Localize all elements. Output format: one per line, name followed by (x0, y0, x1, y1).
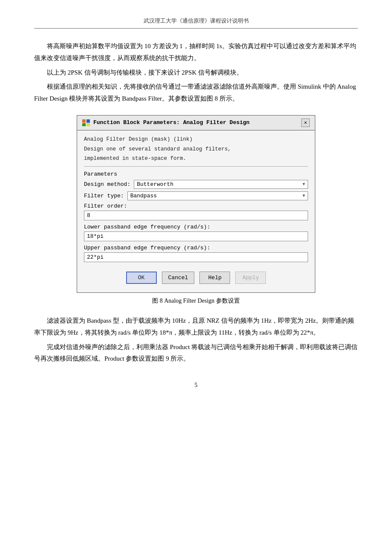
lower-freq-block: Lower passband edge frequency (rad/s): (84, 224, 308, 241)
design-method-arrow: ▼ (303, 182, 305, 187)
simulink-icon (82, 119, 90, 126)
dialog-titlebar: Function Block Parameters: Analog Filter… (77, 116, 315, 130)
filter-order-block: Filter order: (84, 203, 308, 220)
design-method-label: Design method: (84, 181, 130, 188)
figure-8-caption: 图 8 Analog Filter Design 参数设置 (152, 297, 240, 305)
cancel-button[interactable]: Cancel (162, 272, 195, 284)
filter-type-row: Filter type: Bandpass ▼ (84, 191, 308, 200)
paragraph-2: 以上为 2PSK 信号调制与传输模块，接下来设计 2PSK 信号解调模块。 (34, 67, 358, 79)
design-method-select[interactable]: Butterworth ▼ (134, 180, 308, 189)
filter-type-label: Filter type: (84, 193, 124, 199)
filter-type-arrow: ▼ (303, 194, 305, 198)
page: 武汉理工大学《通信原理》课程设计说明书 将高斯噪声初始算数平均值设置为 10 方… (0, 0, 392, 555)
header-text: 武汉理工大学《通信原理》课程设计说明书 (144, 17, 249, 24)
filter-order-input[interactable] (84, 211, 308, 220)
params-label: Parameters (84, 171, 308, 177)
design-method-row: Design method: Butterworth ▼ (84, 180, 308, 189)
dialog-divider-1 (84, 166, 308, 167)
page-header: 武汉理工大学《通信原理》课程设计说明书 (34, 17, 358, 29)
upper-freq-block: Upper passband edge frequency (rad/s): (84, 245, 308, 262)
upper-freq-input[interactable] (84, 252, 308, 262)
dialog-body: Analog Filter Design (mask) (link) Desig… (77, 130, 315, 292)
ok-button[interactable]: OK (126, 272, 157, 284)
paragraph-1: 将高斯噪声初始算数平均值设置为 10 方差设为 1，抽样时间 1s。实验仿真过程… (34, 40, 358, 64)
upper-freq-label: Upper passband edge frequency (rad/s): (84, 245, 308, 251)
analog-filter-dialog: Function Block Parameters: Analog Filter… (77, 115, 315, 293)
dialog-close-button[interactable]: × (301, 119, 310, 127)
dialog-desc-line2: Design one of several standard analog fi… (84, 145, 308, 153)
dialog-title: Function Block Parameters: Analog Filter… (82, 119, 250, 126)
filter-type-select[interactable]: Bandpass ▼ (127, 191, 308, 200)
help-button[interactable]: Help (199, 272, 230, 284)
svg-rect-0 (82, 119, 86, 123)
lower-freq-label: Lower passband edge frequency (rad/s): (84, 224, 308, 230)
paragraph-3: 根据通信原理的相关知识，先将接收的信号通过一带通滤波器滤除信道外高斯噪声。使用 … (34, 81, 358, 105)
apply-button[interactable]: Apply (235, 272, 266, 284)
dialog-desc-line3: implemented in state-space form. (84, 155, 308, 163)
svg-rect-3 (86, 123, 90, 126)
paragraph-4: 滤波器设置为 Bandpass 型，由于载波频率为 10Hz，且原 NRZ 信号… (34, 315, 358, 339)
svg-rect-1 (86, 119, 90, 123)
page-number: 5 (34, 382, 358, 389)
svg-rect-2 (82, 123, 86, 126)
lower-freq-input[interactable] (84, 231, 308, 241)
filter-order-label: Filter order: (84, 203, 308, 209)
dialog-buttons: OK Cancel Help Apply (84, 266, 308, 287)
figure-8-container: Function Block Parameters: Analog Filter… (34, 115, 358, 305)
dialog-desc-line1: Analog Filter Design (mask) (link) (84, 136, 308, 144)
paragraph-5: 完成对信道外噪声的滤除之后，利用乘法器 Product 将载波与已调信号相乘开始… (34, 341, 358, 365)
